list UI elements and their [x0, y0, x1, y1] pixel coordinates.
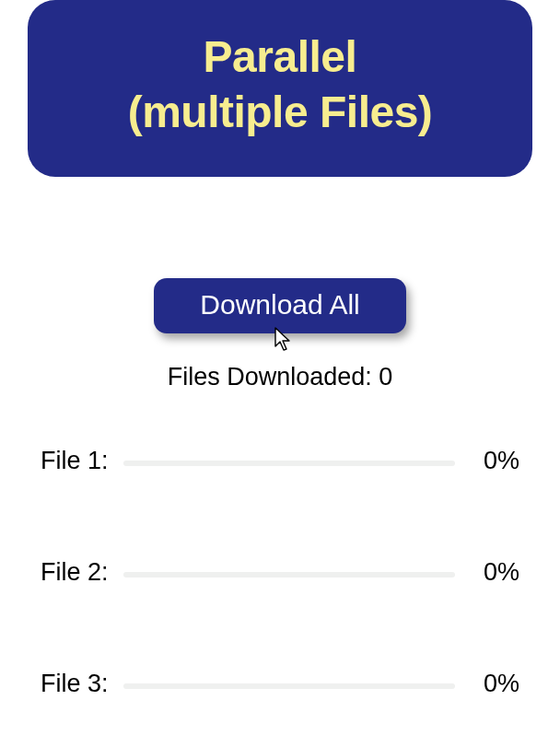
files-list: File 1: 0% File 2: 0% File 3: 0% [0, 447, 560, 698]
file-row: File 1: 0% [41, 447, 519, 475]
progress-bar [123, 683, 455, 689]
download-all-button[interactable]: Download All [154, 278, 405, 333]
main-area: Download All Files Downloaded: 0 File 1:… [0, 177, 560, 698]
file-label: File 3: [41, 670, 109, 698]
status-count: 0 [379, 363, 392, 391]
header-panel: Parallel (multiple Files) [28, 0, 532, 177]
file-row: File 3: 0% [41, 670, 519, 698]
page-title-line1: Parallel [204, 32, 357, 81]
progress-bar [123, 572, 455, 578]
page-title: Parallel (multiple Files) [46, 29, 514, 140]
file-percent: 0% [470, 670, 519, 698]
status-label: Files Downloaded: [168, 363, 379, 391]
file-label: File 1: [41, 447, 109, 475]
file-row: File 2: 0% [41, 558, 519, 587]
status-line: Files Downloaded: 0 [0, 363, 560, 391]
page-title-line2: (multiple Files) [128, 88, 433, 136]
file-label: File 2: [41, 558, 109, 587]
download-button-wrap: Download All [154, 278, 405, 333]
progress-bar [123, 461, 455, 466]
file-percent: 0% [470, 558, 519, 587]
file-percent: 0% [470, 447, 519, 475]
